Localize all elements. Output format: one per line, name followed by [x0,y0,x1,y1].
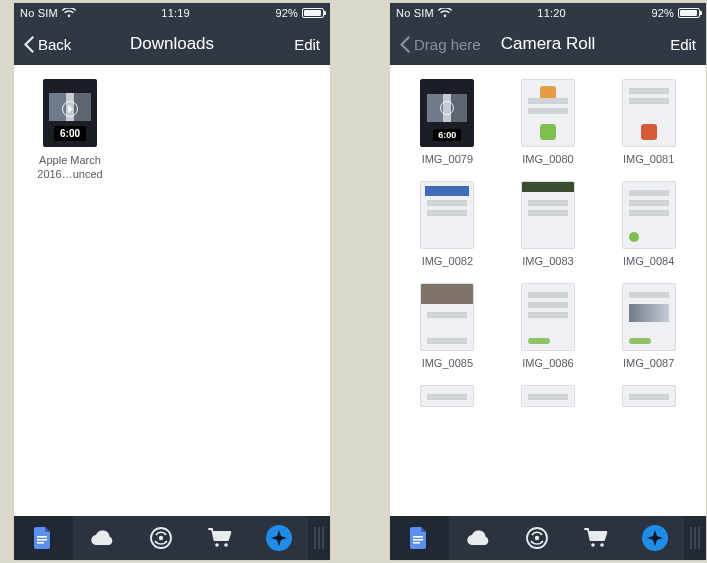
back-drag-area[interactable]: Drag here [400,36,481,53]
tab-drag-handle[interactable] [684,516,706,560]
chevron-left-icon [400,36,410,53]
video-duration-badge: 6:00 [433,129,461,141]
wifi-icon [62,8,76,18]
tab-cloud[interactable] [73,516,132,560]
photo-item[interactable]: IMG_0081 [603,79,694,165]
compass-icon [271,530,287,546]
photo-item[interactable]: IMG_0086 [503,283,594,369]
photo-item[interactable]: IMG_0083 [503,181,594,267]
tab-hotspot[interactable] [508,516,567,560]
tab-cart[interactable] [566,516,625,560]
compass-icon [647,530,663,546]
photo-label: IMG_0084 [603,255,694,267]
nav-bar: Drag here Camera Roll Edit [390,23,706,65]
downloads-content: 6:00 Apple March 2016…unced [14,65,330,516]
svg-rect-2 [37,542,44,544]
photo-label: IMG_0082 [402,255,493,267]
wifi-icon [438,8,452,18]
svg-rect-1 [37,539,47,541]
status-battery-pct: 92% [275,7,298,19]
photo-thumbnail [521,79,575,147]
photo-thumbnail [420,181,474,249]
photo-item[interactable]: 6:00 IMG_0079 [402,79,493,165]
phone-left-downloads: No SIM 11:19 92% Back Downloads Edit [14,3,330,560]
status-battery-pct: 92% [651,7,674,19]
edit-button[interactable]: Edit [670,36,696,53]
photo-thumbnail [420,385,474,407]
nav-bar: Back Downloads Edit [14,23,330,65]
svg-point-5 [215,543,219,547]
phone-right-camera-roll: No SIM 11:20 92% Drag here Camera Roll E… [390,3,706,560]
photo-thumbnail [521,283,575,351]
status-carrier: No SIM [20,7,58,19]
photo-item[interactable] [402,385,493,413]
hotspot-icon [150,527,172,549]
tab-bar [14,516,330,560]
tab-compass[interactable] [249,516,308,560]
video-duration-badge: 6:00 [54,126,86,141]
photo-item[interactable]: IMG_0082 [402,181,493,267]
status-carrier: No SIM [396,7,434,19]
photo-thumbnail [521,385,575,407]
cloud-icon [465,530,491,546]
back-label: Back [38,36,71,53]
svg-rect-0 [37,536,47,538]
file-icon [34,527,52,549]
photo-thumbnail [622,181,676,249]
download-label: Apple March 2016…unced [26,153,114,182]
status-bar: No SIM 11:19 92% [14,3,330,23]
photo-label: IMG_0087 [603,357,694,369]
photo-thumbnail [622,283,676,351]
battery-icon [678,8,700,18]
download-item[interactable]: 6:00 Apple March 2016…unced [26,79,114,182]
svg-rect-7 [413,536,423,538]
photo-item[interactable] [603,385,694,413]
svg-rect-8 [413,539,423,541]
download-thumbnail: 6:00 [43,79,97,147]
file-icon [410,527,428,549]
tab-cloud[interactable] [449,516,508,560]
tab-files[interactable] [14,516,73,560]
photo-thumbnail [420,283,474,351]
photo-label: IMG_0079 [402,153,493,165]
svg-point-12 [591,543,595,547]
photo-label: IMG_0086 [503,357,594,369]
photo-thumbnail [622,79,676,147]
tab-cart[interactable] [190,516,249,560]
photo-item[interactable] [503,385,594,413]
svg-point-11 [535,536,539,540]
svg-rect-9 [413,542,420,544]
status-time: 11:19 [161,7,190,19]
play-icon [62,101,78,117]
back-button[interactable]: Back [24,36,71,53]
edit-button[interactable]: Edit [294,36,320,53]
photo-item[interactable]: IMG_0080 [503,79,594,165]
photo-item[interactable]: IMG_0087 [603,283,694,369]
cloud-icon [89,530,115,546]
tab-compass[interactable] [625,516,684,560]
back-label: Drag here [414,36,481,53]
photo-label: IMG_0080 [503,153,594,165]
photo-label: IMG_0081 [603,153,694,165]
photo-label: IMG_0085 [402,357,493,369]
hotspot-icon [526,527,548,549]
tab-drag-handle[interactable] [308,516,330,560]
chevron-left-icon [24,36,34,53]
battery-icon [302,8,324,18]
tab-hotspot[interactable] [132,516,191,560]
photo-label: IMG_0083 [503,255,594,267]
photo-thumbnail: 6:00 [420,79,474,147]
cart-icon [208,528,232,548]
play-icon [440,101,454,115]
photo-thumbnail [622,385,676,407]
tab-bar [390,516,706,560]
photo-item[interactable]: IMG_0084 [603,181,694,267]
photo-item[interactable]: IMG_0085 [402,283,493,369]
cart-icon [584,528,608,548]
status-time: 11:20 [537,7,566,19]
status-bar: No SIM 11:20 92% [390,3,706,23]
tab-files[interactable] [390,516,449,560]
camera-roll-content: 6:00 IMG_0079 IMG_0080 IMG_0081 IMG_0082 [390,65,706,516]
photo-thumbnail [521,181,575,249]
svg-point-13 [600,543,604,547]
